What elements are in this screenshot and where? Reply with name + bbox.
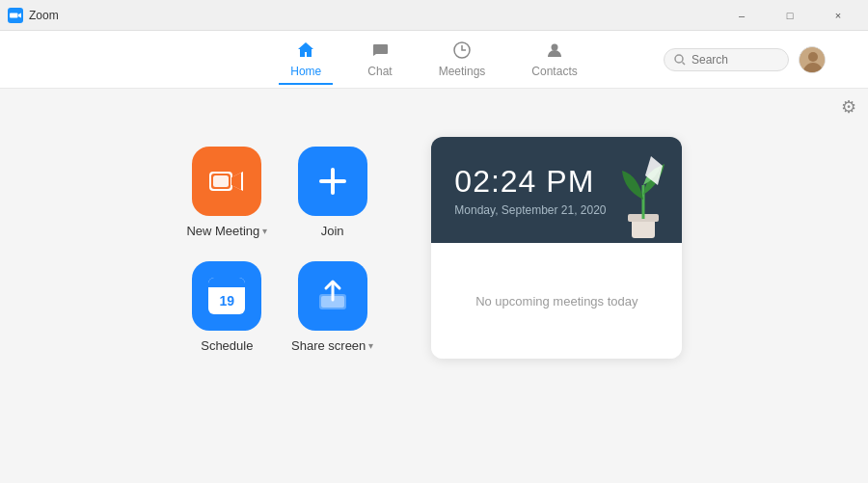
- clock-header: 02:24 PM Monday, September 21, 2020: [431, 137, 682, 243]
- actions-grid: New Meeting ▾ Join 19: [186, 137, 374, 353]
- minimize-button[interactable]: –: [719, 0, 764, 31]
- title-bar-left: Zoom: [8, 8, 59, 23]
- chat-icon: [370, 40, 390, 63]
- tab-meetings[interactable]: Meetings: [416, 35, 509, 84]
- svg-rect-12: [213, 175, 229, 187]
- schedule-item[interactable]: 19 Schedule: [186, 261, 268, 353]
- camera-icon: [209, 169, 244, 194]
- meetings-section: No upcoming meetings today: [431, 243, 682, 359]
- nav-bar: Home Chat Meetings: [0, 31, 868, 89]
- svg-point-7: [808, 52, 818, 62]
- new-meeting-label: New Meeting ▾: [186, 224, 267, 238]
- svg-point-3: [552, 44, 558, 51]
- new-meeting-chevron: ▾: [262, 226, 267, 236]
- new-meeting-button[interactable]: [192, 147, 261, 216]
- share-screen-item[interactable]: Share screen ▾: [291, 261, 373, 353]
- search-input[interactable]: [692, 53, 778, 67]
- svg-marker-11: [231, 173, 241, 190]
- join-text: Join: [321, 224, 344, 238]
- schedule-text: Schedule: [201, 338, 253, 353]
- title-bar-controls: – □ ×: [719, 0, 860, 31]
- tab-chat[interactable]: Chat: [344, 35, 415, 84]
- gear-icon: ⚙: [841, 97, 856, 117]
- right-panel: 02:24 PM Monday, September 21, 2020: [431, 137, 682, 359]
- tab-home[interactable]: Home: [267, 35, 344, 84]
- schedule-label: Schedule: [201, 338, 253, 353]
- nav-right: [664, 46, 826, 73]
- join-item[interactable]: Join: [291, 147, 373, 238]
- new-meeting-text: New Meeting: [186, 224, 259, 238]
- zoom-logo-icon: [8, 8, 23, 23]
- nav-tabs: Home Chat Meetings: [267, 35, 600, 84]
- settings-button[interactable]: ⚙: [841, 96, 856, 118]
- avatar: [799, 46, 826, 73]
- join-label: Join: [321, 224, 344, 238]
- no-meetings-text: No upcoming meetings today: [475, 294, 637, 309]
- share-icon: [315, 279, 350, 313]
- maximize-button[interactable]: □: [768, 0, 812, 31]
- app-title: Zoom: [29, 9, 59, 22]
- clock-card: 02:24 PM Monday, September 21, 2020: [431, 137, 682, 359]
- share-screen-text: Share screen: [291, 338, 366, 353]
- schedule-button[interactable]: 19: [192, 261, 261, 331]
- svg-point-4: [675, 55, 683, 63]
- share-screen-button[interactable]: [298, 261, 367, 331]
- share-screen-chevron: ▾: [368, 340, 373, 351]
- home-icon: [296, 40, 315, 63]
- calendar-icon: 19: [208, 278, 245, 314]
- new-meeting-item[interactable]: New Meeting ▾: [186, 147, 268, 238]
- tab-chat-label: Chat: [367, 65, 392, 78]
- main-content: New Meeting ▾ Join 19: [0, 118, 868, 483]
- contacts-icon: [545, 40, 564, 63]
- close-button[interactable]: ×: [816, 0, 860, 31]
- tab-contacts-label: Contacts: [531, 65, 577, 78]
- plus-icon: [315, 164, 350, 199]
- tab-meetings-label: Meetings: [439, 65, 486, 78]
- meetings-icon: [452, 40, 472, 63]
- search-icon: [674, 54, 686, 66]
- gear-row: ⚙: [0, 89, 868, 118]
- share-screen-label: Share screen ▾: [291, 338, 373, 353]
- plant-decoration: [605, 156, 682, 243]
- tab-contacts[interactable]: Contacts: [508, 35, 600, 84]
- svg-line-5: [683, 62, 686, 65]
- title-bar: Zoom – □ ×: [0, 0, 868, 31]
- join-button[interactable]: [298, 147, 367, 216]
- search-box[interactable]: [664, 48, 789, 71]
- tab-home-label: Home: [290, 65, 321, 78]
